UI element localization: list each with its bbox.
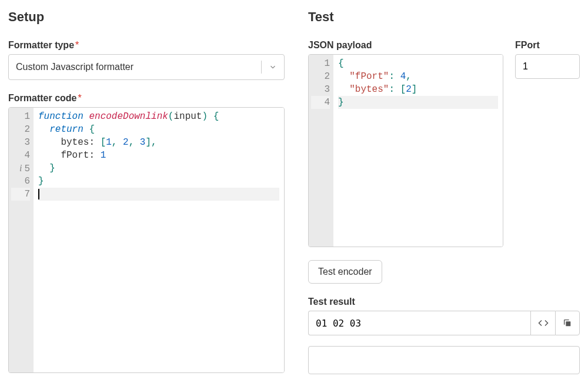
setup-heading: Setup	[8, 9, 285, 25]
copy-icon	[563, 318, 572, 328]
test-result-output[interactable]	[308, 311, 530, 335]
chevron-down-icon	[269, 63, 277, 71]
test-encoder-button[interactable]: Test encoder	[308, 260, 382, 284]
fport-input[interactable]	[515, 54, 580, 79]
formatter-code-label: Formatter code*	[8, 93, 285, 104]
test-result-label: Test result	[308, 297, 580, 307]
code-body[interactable]: function encodeDownlink(input) { return …	[34, 108, 284, 372]
formatter-type-label: Formatter type*	[8, 40, 285, 51]
code-gutter: 1234	[309, 55, 333, 247]
formatter-code-editor[interactable]: 1234i567 function encodeDownlink(input) …	[8, 107, 285, 373]
code-body[interactable]: { "fPort": 4, "bytes": [2]}	[333, 55, 503, 247]
json-payload-editor[interactable]: 1234 { "fPort": 4, "bytes": [2]}	[308, 54, 503, 247]
svg-rect-0	[566, 321, 570, 326]
fport-label: FPort	[515, 40, 580, 51]
test-heading: Test	[308, 9, 580, 25]
select-divider	[261, 61, 262, 74]
secondary-output-box[interactable]	[308, 346, 580, 374]
code-view-button[interactable]	[530, 311, 555, 335]
code-icon	[538, 318, 549, 328]
json-payload-label: JSON payload	[308, 40, 503, 51]
copy-button[interactable]	[555, 311, 580, 335]
formatter-type-value: Custom Javascript formatter	[16, 62, 133, 72]
formatter-type-select[interactable]: Custom Javascript formatter	[8, 54, 285, 80]
code-gutter: 1234i567	[9, 108, 34, 372]
